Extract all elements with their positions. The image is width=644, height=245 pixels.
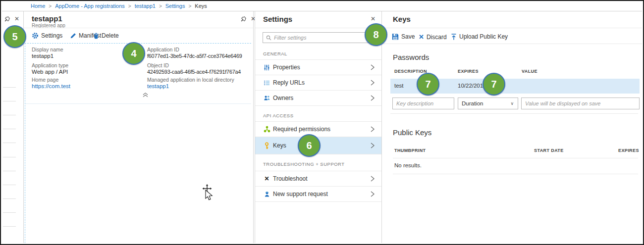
essentials-bottom-divider — [25, 103, 251, 104]
annotation-circle-5: 5 — [3, 25, 26, 48]
group-divider — [255, 105, 381, 106]
annotation-circle-7b: 7 — [483, 73, 505, 96]
list-row-separator — [3, 87, 16, 88]
settings-item-new-support-request[interactable]: New support request — [255, 186, 381, 201]
chevron-right-icon — [371, 143, 375, 148]
list-icon — [263, 80, 270, 86]
breadcrumb-current-keys: Keys — [195, 3, 207, 9]
discard-button-label: Discard — [427, 34, 447, 41]
column-header-start-date: START DATE — [534, 148, 564, 153]
upload-public-key-button[interactable]: Upload Public Key — [451, 33, 508, 40]
application-id-value: f6077ed1-3be5-47dc-a5f7-cce3764e6469 — [147, 52, 242, 59]
list-row-separator — [3, 226, 16, 227]
close-icon[interactable]: ✕ — [14, 15, 19, 22]
move-cursor-icon — [198, 183, 216, 204]
field-label: Application type — [32, 62, 68, 68]
settings-item-troubleshoot[interactable]: ✕ Troubleshoot — [255, 171, 381, 186]
table-divider — [393, 158, 638, 158]
settings-blade-title: Settings — [263, 15, 292, 23]
duration-select[interactable]: Duration ∨ — [458, 98, 518, 109]
field-label: Object ID — [147, 62, 241, 68]
toolbar-divider — [382, 44, 642, 44]
keys-blade-title: Keys — [393, 15, 411, 23]
settings-button[interactable]: Settings — [32, 32, 62, 39]
settings-item-label: Required permissions — [273, 126, 330, 133]
filter-settings-input[interactable] — [274, 35, 372, 41]
list-row-separator — [3, 185, 16, 185]
home-page-link[interactable]: https://com.test — [32, 83, 70, 90]
field-label: Home page — [32, 77, 70, 83]
field-label: Managed application in local directory — [147, 77, 234, 83]
discard-x-icon: ✕ — [419, 33, 424, 41]
password-description-cell: test — [394, 83, 404, 89]
settings-item-label: Properties — [273, 64, 300, 71]
keys-blade: Keys Save ✕ Discard Upload Public Key Pa… — [381, 11, 642, 243]
field-value: Web app / API — [32, 68, 68, 75]
pin-icon[interactable] — [240, 16, 247, 22]
settings-item-required-permissions[interactable]: Required permissions — [255, 121, 381, 137]
search-icon — [266, 35, 271, 41]
object-id-value: 42492593-caa6-46f5-ace4-f76291f767a4 — [147, 68, 241, 75]
delete-button[interactable]: Delete — [93, 32, 119, 39]
upload-icon — [451, 34, 457, 40]
column-header-description: DESCRIPTION — [394, 69, 427, 74]
group-divider — [255, 154, 381, 154]
list-row-separator — [3, 143, 16, 143]
list-row-separator — [3, 157, 16, 157]
key-icon — [263, 142, 270, 149]
breadcrumb-separator: > — [128, 3, 131, 9]
settings-item-label: Troubleshoot — [273, 175, 308, 182]
breadcrumb-link-testapp1[interactable]: testapp1 — [135, 3, 156, 9]
breadcrumb-link-settings[interactable]: Settings — [165, 3, 185, 9]
delete-button-label: Delete — [102, 32, 119, 39]
collapse-essentials-button[interactable] — [143, 93, 148, 98]
permissions-icon — [263, 126, 270, 133]
column-header-expires: EXPIRES — [458, 69, 479, 74]
settings-item-owners[interactable]: Owners — [255, 90, 381, 105]
breadcrumb-separator: > — [188, 3, 191, 9]
managed-application-link[interactable]: testapp1 — [147, 83, 234, 90]
trash-icon — [93, 33, 99, 39]
chevron-right-icon — [371, 64, 375, 70]
essentials-field: Object ID 42492593-caa6-46f5-ace4-f76291… — [147, 62, 241, 75]
settings-item-properties[interactable]: Properties — [255, 59, 381, 75]
settings-item-label: Reply URLs — [273, 79, 305, 86]
settings-blade: Settings ✕ GENERAL Properties Reply URLs — [255, 11, 381, 243]
pencil-icon — [70, 33, 76, 39]
duration-selected-value: Duration — [462, 100, 483, 106]
breadcrumb: Home > AppDome - App registrations > tes… — [2, 1, 642, 11]
breadcrumb-link-app-registrations[interactable]: AppDome - App registrations — [55, 3, 125, 9]
sliders-icon — [263, 64, 270, 71]
column-header-thumbprint: THUMBPRINT — [394, 148, 426, 153]
title-divider — [255, 28, 381, 28]
chevron-right-icon — [371, 80, 375, 86]
support-person-icon — [263, 191, 270, 197]
people-icon — [263, 95, 270, 101]
key-description-input[interactable] — [392, 98, 454, 109]
field-label: Display name — [32, 47, 63, 52]
list-row-separator — [3, 101, 16, 101]
chevron-right-icon — [371, 191, 375, 197]
pin-icon[interactable] — [4, 16, 10, 22]
save-button[interactable]: Save — [392, 33, 415, 40]
annotation-circle-4: 4 — [122, 42, 145, 65]
page-title: testapp1 — [32, 14, 62, 23]
group-divider — [255, 201, 381, 202]
settings-item-reply-urls[interactable]: Reply URLs — [255, 75, 381, 90]
title-divider — [382, 28, 642, 28]
upload-button-label: Upload Public Key — [459, 33, 508, 40]
essentials-field: Display name testapp1 — [32, 47, 63, 59]
public-keys-heading: Public Keys — [393, 128, 431, 137]
annotation-circle-8: 8 — [365, 23, 387, 46]
chevron-right-icon — [371, 176, 375, 182]
table-divider — [393, 174, 638, 174]
save-icon — [392, 33, 399, 40]
key-value-input[interactable] — [521, 98, 640, 109]
chevron-double-up-icon — [143, 93, 148, 98]
close-icon[interactable]: ✕ — [371, 15, 376, 22]
discard-button[interactable]: ✕ Discard — [419, 33, 447, 41]
breadcrumb-link-home[interactable]: Home — [31, 3, 45, 9]
list-row-separator — [3, 115, 16, 115]
breadcrumb-separator: > — [49, 3, 52, 9]
essentials-field: Application ID f6077ed1-3be5-47dc-a5f7-c… — [147, 47, 242, 59]
